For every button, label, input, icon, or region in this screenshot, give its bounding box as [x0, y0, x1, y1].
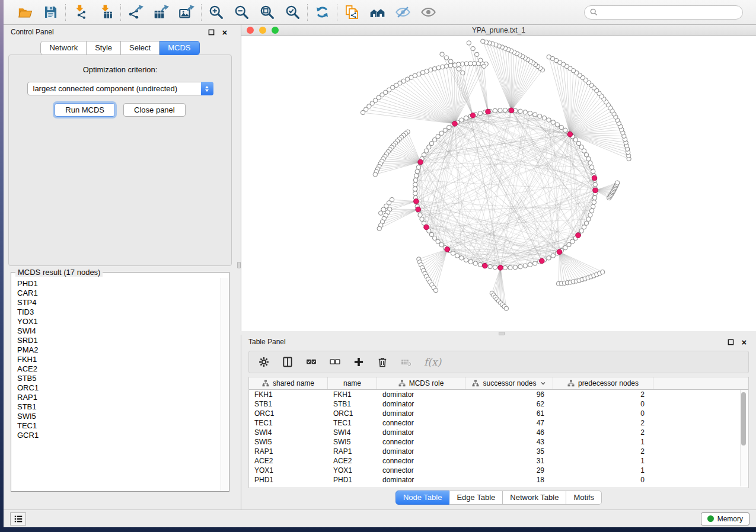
network-node[interactable]: [460, 118, 464, 122]
network-node[interactable]: [414, 174, 418, 178]
network-node[interactable]: [555, 123, 559, 127]
table-row[interactable]: ACE2ACE2connector311: [249, 456, 748, 466]
table-cell[interactable]: RAP1: [249, 447, 328, 456]
table-row[interactable]: SWI4SWI4dominator462: [249, 428, 748, 437]
mcds-dominator-node[interactable]: [470, 113, 476, 118]
tab-edge-table[interactable]: Edge Table: [449, 491, 503, 505]
add-icon[interactable]: [353, 356, 365, 368]
table-cell[interactable]: ACE2: [249, 457, 328, 465]
table-cell[interactable]: SWI5: [249, 438, 328, 446]
first-neighbors-icon[interactable]: [369, 4, 385, 20]
unselect-all-icon[interactable]: [329, 356, 341, 368]
network-node[interactable]: [439, 242, 444, 246]
mcds-result-item[interactable]: RAP1: [17, 393, 221, 402]
network-node[interactable]: [418, 213, 422, 217]
table-cell[interactable]: connector: [377, 457, 465, 465]
mcds-dominator-node[interactable]: [418, 159, 423, 165]
network-node[interactable]: [533, 113, 537, 117]
table-row[interactable]: ORC1ORC1dominator610: [249, 409, 748, 418]
table-row[interactable]: YOX1YOX1connector291: [249, 466, 748, 475]
mcds-result-item[interactable]: GCR1: [17, 431, 221, 440]
network-node[interactable]: [424, 149, 428, 153]
table-cell[interactable]: 1: [553, 438, 653, 446]
table-cell[interactable]: 43: [465, 438, 553, 446]
close-panel-button[interactable]: Close panel: [123, 103, 186, 117]
network-node[interactable]: [567, 242, 571, 246]
window-close-traffic-light[interactable]: [247, 27, 254, 34]
network-node[interactable]: [478, 262, 482, 267]
network-node[interactable]: [479, 58, 483, 62]
tab-network-table[interactable]: Network Table: [503, 491, 566, 505]
network-node[interactable]: [582, 225, 586, 229]
network-node[interactable]: [449, 59, 453, 63]
network-node[interactable]: [591, 204, 595, 209]
network-node[interactable]: [420, 217, 424, 221]
column-header-name[interactable]: name: [328, 377, 377, 389]
network-node[interactable]: [488, 264, 492, 268]
network-node[interactable]: [518, 109, 522, 113]
mcds-dominator-node[interactable]: [509, 108, 514, 113]
table-cell[interactable]: 2: [553, 447, 653, 456]
network-node[interactable]: [547, 55, 551, 59]
show-all-icon[interactable]: [420, 4, 436, 20]
network-node[interactable]: [439, 131, 444, 135]
table-cell[interactable]: STB1: [249, 400, 328, 408]
import-network-icon[interactable]: [72, 4, 88, 20]
network-node[interactable]: [493, 108, 497, 113]
network-node[interactable]: [523, 110, 527, 114]
mcds-dominator-node[interactable]: [416, 207, 421, 212]
table-cell[interactable]: ORC1: [328, 409, 377, 418]
network-node[interactable]: [452, 63, 457, 67]
network-node[interactable]: [588, 161, 592, 165]
network-node[interactable]: [493, 265, 497, 269]
mcds-dominator-node[interactable]: [452, 121, 458, 126]
table-cell[interactable]: PHD1: [249, 476, 328, 484]
network-node[interactable]: [563, 245, 567, 249]
network-node[interactable]: [471, 46, 475, 50]
network-node[interactable]: [444, 56, 448, 60]
network-node[interactable]: [447, 125, 451, 129]
network-node[interactable]: [429, 232, 433, 236]
delete-icon[interactable]: [377, 356, 388, 368]
network-node[interactable]: [378, 211, 382, 215]
mcds-dominator-node[interactable]: [498, 265, 503, 271]
hide-selected-icon[interactable]: [395, 4, 411, 20]
network-node[interactable]: [413, 191, 417, 196]
table-cell[interactable]: dominator: [377, 400, 465, 408]
mcds-result-item[interactable]: TID3: [17, 307, 221, 317]
mcds-result-item[interactable]: STB1: [17, 402, 221, 412]
network-node[interactable]: [586, 156, 591, 161]
network-node[interactable]: [460, 256, 464, 260]
open-icon[interactable]: [17, 4, 33, 20]
network-node[interactable]: [415, 169, 419, 174]
table-cell[interactable]: 0: [553, 409, 653, 418]
network-node[interactable]: [464, 258, 468, 262]
table-cell[interactable]: 29: [465, 466, 553, 475]
control-panel-float-button[interactable]: [206, 27, 216, 37]
network-node[interactable]: [457, 67, 461, 71]
table-cell[interactable]: PHD1: [328, 476, 377, 484]
window-zoom-traffic-light[interactable]: [272, 27, 279, 34]
network-node[interactable]: [537, 114, 541, 118]
table-cell[interactable]: YOX1: [328, 466, 377, 475]
export-table-icon[interactable]: [153, 4, 169, 20]
table-cell[interactable]: TEC1: [328, 419, 377, 427]
network-node[interactable]: [584, 221, 588, 225]
network-node[interactable]: [589, 165, 594, 169]
table-row[interactable]: RAP1RAP1dominator352: [249, 447, 748, 456]
mcds-dominator-node[interactable]: [414, 199, 419, 204]
network-node[interactable]: [588, 213, 592, 217]
mcds-result-item[interactable]: SWI5: [17, 412, 221, 421]
zoom-in-icon[interactable]: [208, 4, 224, 20]
table-cell[interactable]: 1: [553, 457, 653, 465]
table-cell[interactable]: connector: [377, 466, 465, 475]
network-node[interactable]: [589, 209, 594, 213]
search-input[interactable]: [601, 8, 737, 17]
network-node[interactable]: [416, 165, 420, 169]
table-cell[interactable]: 2: [553, 428, 653, 437]
network-node[interactable]: [579, 145, 583, 149]
network-node[interactable]: [592, 196, 596, 200]
network-node[interactable]: [468, 259, 473, 264]
mcds-dominator-node[interactable]: [424, 225, 429, 230]
table-scrollbar[interactable]: [740, 390, 747, 486]
